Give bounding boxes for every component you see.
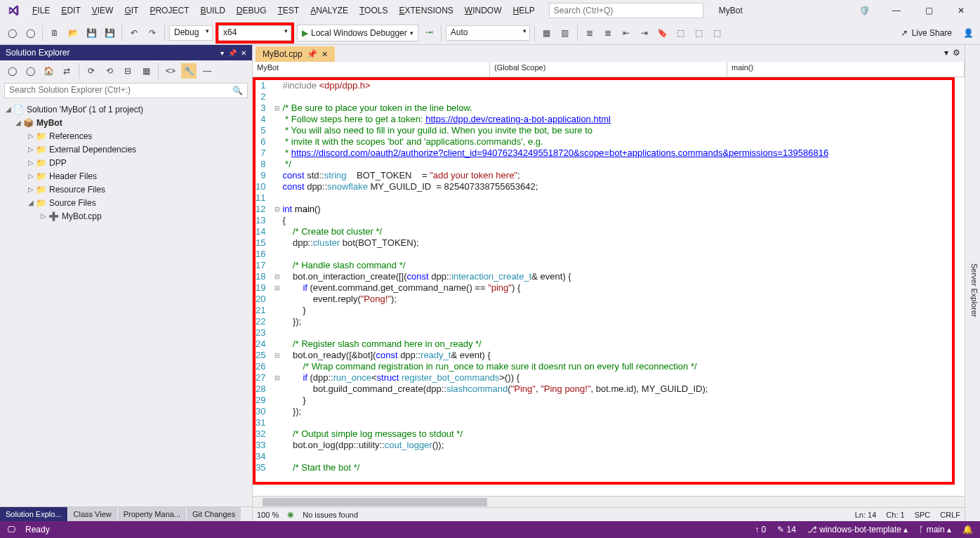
save-icon[interactable]: 💾	[84, 25, 99, 41]
step-icon[interactable]: ⭲	[421, 25, 437, 41]
se-refresh-icon[interactable]: ⟲	[102, 63, 117, 79]
config-combo[interactable]: Debug	[169, 25, 213, 41]
se-search-placeholder: Search Solution Explorer (Ctrl+;)	[9, 85, 131, 95]
se-fwd-icon[interactable]: ◯	[22, 63, 38, 79]
nav-back-icon[interactable]: ◯	[4, 25, 20, 41]
solution-tree[interactable]: ◢📄Solution 'MyBot' (1 of 1 project) ◢📦My…	[0, 100, 252, 506]
platform-combo[interactable]: x64	[218, 25, 291, 41]
new-project-icon[interactable]: 🗎	[47, 25, 62, 41]
tree-solution-root[interactable]: ◢📄Solution 'MyBot' (1 of 1 project)	[0, 103, 252, 116]
close-button[interactable]: ✕	[945, 0, 977, 21]
notifications-icon[interactable]: 🔔	[962, 525, 973, 534]
nav-fwd-icon[interactable]: ◯	[22, 25, 38, 41]
se-wrench-icon[interactable]: 🔧	[181, 63, 197, 79]
menu-test[interactable]: TEST	[272, 3, 305, 18]
redo-icon[interactable]: ↷	[145, 25, 160, 41]
panel-pin-icon[interactable]: 📌	[228, 49, 237, 57]
tb-icon-7[interactable]: ⬚	[673, 25, 689, 41]
nav-combo[interactable]: (Global Scope)	[490, 62, 727, 77]
code-content[interactable]: #include <dpp/dpp.h>/* Be sure to place …	[282, 77, 965, 496]
se-showall-icon[interactable]: ▦	[138, 63, 154, 79]
tree-node[interactable]: ▷📁Header Files	[0, 169, 252, 183]
auto-combo[interactable]: Auto	[446, 25, 530, 41]
menu-extensions[interactable]: EXTENSIONS	[393, 3, 458, 18]
se-sync-icon[interactable]: ⟳	[84, 63, 99, 79]
zoom-combo[interactable]: 100 %	[257, 511, 279, 519]
tb-icon-3[interactable]: ≣	[582, 25, 597, 41]
menu-project[interactable]: PROJECT	[144, 3, 194, 18]
fold-gutter[interactable]: ⊟⊟⊟⊟⊟⊟	[272, 77, 282, 496]
tree-node[interactable]: ▷📁References	[0, 129, 252, 143]
branch-indicator[interactable]: ᚴ main ▴	[919, 525, 951, 534]
tb-icon-1[interactable]: ▦	[539, 25, 555, 41]
horizontal-scrollbar[interactable]	[253, 496, 965, 507]
tree-node[interactable]: ▷📁DPP	[0, 156, 252, 169]
menu-view[interactable]: VIEW	[86, 3, 119, 18]
live-share-button[interactable]: ↗ Live Share	[895, 28, 958, 38]
tabs-settings-icon[interactable]: ⚙	[953, 48, 960, 58]
menu-git[interactable]: GIT	[119, 3, 144, 18]
bookmark-icon[interactable]: 🔖	[655, 25, 670, 41]
minimize-button[interactable]: —	[880, 0, 913, 21]
maximize-button[interactable]: ▢	[913, 0, 945, 21]
side-rail-tab[interactable]: Server Explorer	[969, 259, 980, 321]
source-control-edits[interactable]: ✎ 14	[777, 525, 796, 534]
quick-search-input[interactable]	[549, 3, 703, 18]
nav-combo[interactable]: MyBot	[253, 62, 490, 77]
tb-indent-icon[interactable]: ⇥	[637, 25, 652, 41]
user-badge-icon[interactable]: 🛡️	[848, 0, 880, 21]
panel-dropdown-icon[interactable]: ▾	[220, 49, 224, 57]
line-indicator[interactable]: Ln: 14	[855, 511, 877, 519]
col-indicator[interactable]: Ch: 1	[886, 511, 904, 519]
folder-icon: 📁	[35, 144, 46, 155]
source-control-up[interactable]: ↑ 0	[755, 525, 766, 534]
eol-indicator[interactable]: CRLF	[940, 511, 960, 519]
tree-file-mybot[interactable]: ▷➕MyBot.cpp	[0, 209, 252, 223]
menu-window[interactable]: WINDOW	[459, 3, 508, 18]
solution-name-label: MyBot	[712, 4, 750, 17]
tb-icon-9[interactable]: ⬚	[710, 25, 725, 41]
panel-tab[interactable]: Solution Explo...	[0, 507, 67, 521]
indent-indicator[interactable]: SPC	[915, 511, 931, 519]
panel-tab[interactable]: Git Changes	[187, 507, 241, 521]
se-home-icon[interactable]: 🏠	[41, 63, 56, 79]
tree-node[interactable]: ▷📁External Dependencies	[0, 143, 252, 156]
save-all-icon[interactable]: 💾	[102, 25, 117, 41]
code-editor[interactable]: 1234567891011121314151617181920212223242…	[253, 77, 965, 496]
tb-icon-2[interactable]: ▥	[557, 25, 573, 41]
output-icon[interactable]: 🖵	[7, 525, 15, 534]
start-debug-button[interactable]: ▶Local Windows Debugger▾	[297, 25, 418, 41]
se-back-icon[interactable]: ◯	[4, 63, 20, 79]
tb-icon-4[interactable]: ≣	[600, 25, 616, 41]
panel-tab[interactable]: Class View	[68, 507, 117, 521]
se-switch-icon[interactable]: ⇄	[59, 63, 74, 79]
open-icon[interactable]: 📂	[65, 25, 81, 41]
panel-close-icon[interactable]: ✕	[241, 49, 246, 57]
tabs-dropdown-icon[interactable]: ▾	[944, 48, 948, 58]
project-icon: 📦	[22, 117, 34, 129]
tb-outdent-icon[interactable]: ⇤	[618, 25, 634, 41]
tb-icon-8[interactable]: ⬚	[691, 25, 707, 41]
undo-icon[interactable]: ↶	[126, 25, 142, 41]
tab-pin-icon[interactable]: 📌	[307, 49, 317, 59]
solution-explorer-search[interactable]: Search Solution Explorer (Ctrl+;) 🔍	[4, 83, 248, 98]
menu-help[interactable]: HELP	[508, 3, 541, 18]
tree-node[interactable]: ▷📁Resource Files	[0, 183, 252, 196]
repo-indicator[interactable]: ⎇ windows-bot-template ▴	[807, 525, 908, 534]
menu-tools[interactable]: TOOLS	[354, 3, 393, 18]
menu-edit[interactable]: EDIT	[55, 3, 86, 18]
menu-file[interactable]: FILE	[27, 3, 55, 18]
panel-tab[interactable]: Property Mana...	[118, 507, 186, 521]
tab-mybot-cpp[interactable]: MyBot.cpp 📌 ✕	[256, 46, 335, 62]
tree-node[interactable]: ◢📁Source Files	[0, 196, 252, 209]
tab-close-icon[interactable]: ✕	[322, 50, 328, 59]
account-icon[interactable]: 👤	[960, 25, 976, 41]
menu-debug[interactable]: DEBUG	[231, 3, 272, 18]
menu-analyze[interactable]: ANALYZE	[305, 3, 354, 18]
tree-project[interactable]: ◢📦MyBot	[0, 116, 252, 129]
nav-combo[interactable]: main()	[727, 62, 965, 77]
menu-build[interactable]: BUILD	[194, 3, 230, 18]
se-code-icon[interactable]: <>	[163, 63, 178, 79]
se-collapse-icon[interactable]: ⊟	[120, 63, 135, 79]
se-more-icon[interactable]: —	[199, 63, 215, 79]
